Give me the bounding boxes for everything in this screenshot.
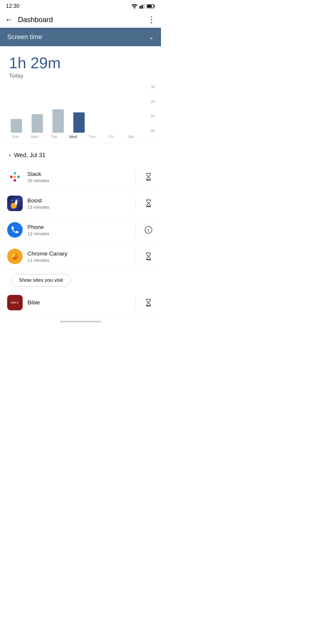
more-menu-button[interactable]: ⋮ (147, 15, 156, 24)
svg-point-15 (12, 200, 13, 201)
screen-time-label: Screen time (7, 33, 42, 41)
vertical-divider (136, 249, 136, 264)
show-sites-button[interactable]: Show sites you visit (11, 274, 71, 287)
status-time: 12:30 (6, 3, 19, 9)
app-action-button[interactable] (143, 251, 154, 262)
app-name: Slack (27, 171, 129, 177)
app-action-button[interactable] (143, 225, 154, 235)
chart-x-label: Sun (6, 133, 25, 140)
date-label: Wed, Jul 31 (14, 152, 45, 159)
status-bar: 12:30 (0, 0, 161, 12)
app-name: Chrome Canary (27, 250, 129, 257)
list-item[interactable]: HOLY Bible (5, 290, 156, 316)
chart-bar (52, 109, 64, 133)
total-section: 1h 29m Today (0, 46, 161, 82)
chart-y-label: 2h (151, 100, 155, 103)
app-duration: 12 minutes (27, 231, 129, 236)
svg-rect-5 (154, 5, 155, 7)
app-name: Boost (27, 197, 129, 204)
chart-container: 3h2h1h0h SunMonTueWedThuFriSat (0, 82, 161, 140)
app-bar: ← Dashboard ⋮ (0, 12, 161, 28)
slack-icon (7, 169, 23, 185)
date-back-button[interactable]: ‹ (9, 151, 11, 159)
svg-point-16 (18, 201, 19, 201)
app-icon-chrome-canary (7, 249, 23, 264)
info-icon (144, 226, 153, 234)
app-action-button[interactable] (143, 198, 154, 209)
app-info: Phone 12 minutes (27, 224, 129, 236)
app-icon-phone (7, 222, 23, 238)
svg-rect-6 (147, 5, 152, 7)
app-info: Chrome Canary 11 minutes (27, 250, 129, 263)
total-time: 1h 29m (9, 55, 152, 72)
screen-time-header[interactable]: Screen time ⌄ (0, 28, 161, 46)
app-name: Phone (27, 224, 129, 230)
chart-y-label: 1h (151, 114, 155, 118)
chart-x-label: Tue (44, 133, 64, 140)
list-item[interactable]: Boost 13 minutes (5, 190, 156, 217)
chart-x-label: Sat (121, 133, 140, 140)
app-info: Bible (27, 299, 129, 306)
vertical-divider (136, 295, 136, 310)
chart-day-thu (89, 85, 110, 133)
app-icon-slack (7, 169, 23, 185)
svg-point-14 (15, 204, 17, 205)
svg-rect-11 (17, 176, 20, 178)
app-icon-bible: HOLY (7, 295, 23, 310)
svg-marker-3 (143, 4, 145, 9)
status-icons (131, 4, 155, 9)
chart-bars (6, 85, 155, 133)
divider (0, 143, 161, 143)
chart-x-label: Mon (25, 133, 44, 140)
hourglass-icon (144, 298, 153, 307)
bible-icon: HOLY (7, 295, 23, 310)
chart-day-mon (27, 85, 48, 133)
phone-icon (7, 222, 23, 238)
back-button[interactable]: ← (5, 16, 13, 24)
svg-rect-12 (14, 179, 16, 182)
chart-y-label: 3h (151, 85, 155, 89)
chart-x-label: Wed (64, 133, 83, 140)
vertical-divider (136, 169, 136, 184)
hourglass-icon (144, 173, 153, 181)
chart-day-sun (6, 85, 27, 133)
chart-y-labels: 3h2h1h0h (143, 85, 155, 133)
total-label: Today (9, 73, 152, 79)
list-item[interactable]: Phone 12 minutes (5, 217, 156, 243)
app-info: Slack 20 minutes (27, 171, 129, 183)
app-duration: 11 minutes (27, 258, 129, 263)
battery-icon (147, 4, 155, 9)
svg-marker-2 (141, 5, 143, 8)
app-duration: 13 minutes (27, 205, 129, 210)
chart-day-tue (48, 85, 69, 133)
svg-rect-8 (10, 176, 13, 178)
app-action-button[interactable] (143, 171, 154, 182)
page-title: Dashboard (18, 16, 147, 24)
signal-icon (140, 4, 145, 9)
boost-icon (7, 196, 23, 211)
chart-day-wed (69, 85, 89, 133)
app-duration: 20 minutes (27, 178, 129, 183)
app-icon-boost (7, 196, 23, 211)
app-list: Slack 20 minutes Boost 13 minutes (0, 164, 161, 316)
chart-x-label: Fri (102, 133, 121, 140)
list-item[interactable]: Chrome Canary 11 minutes (5, 243, 156, 270)
svg-rect-9 (14, 172, 16, 174)
chart-bar (32, 114, 43, 133)
chart-x-labels: SunMonTueWedThuFriSat (6, 133, 155, 140)
date-nav: ‹ Wed, Jul 31 (0, 146, 161, 164)
app-info: Boost 13 minutes (27, 197, 129, 210)
chart-bar (11, 119, 22, 133)
wifi-icon (131, 4, 138, 9)
chart-day-fri (110, 85, 131, 133)
show-sites-container: Show sites you visit (5, 270, 156, 290)
list-item[interactable]: Slack 20 minutes (5, 164, 156, 190)
app-action-button[interactable] (143, 297, 154, 308)
svg-point-17 (18, 199, 18, 200)
svg-marker-1 (140, 6, 141, 9)
chart-y-label: 0h (151, 129, 155, 133)
chart-x-label: Thu (83, 133, 102, 140)
svg-rect-10 (14, 176, 16, 178)
app-name: Bible (27, 299, 129, 306)
bottom-nav-indicator (60, 321, 101, 322)
